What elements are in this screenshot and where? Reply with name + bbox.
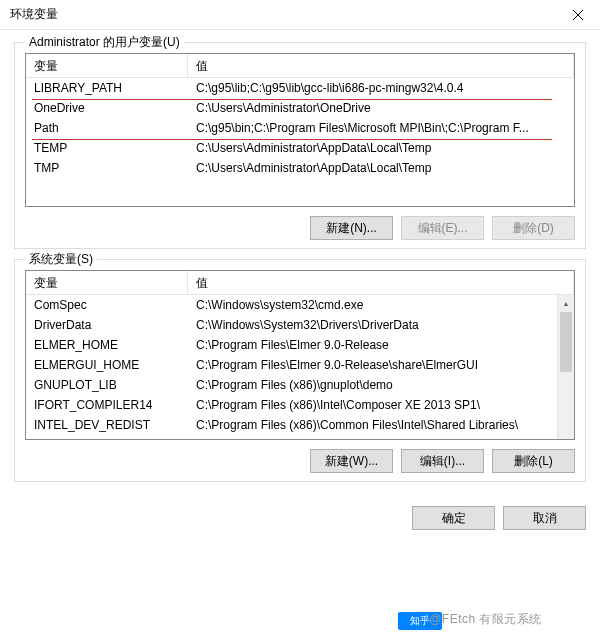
- system-group-label: 系统变量(S): [25, 251, 97, 268]
- system-new-button[interactable]: 新建(W)...: [310, 449, 393, 473]
- list-header: 变量 值: [26, 54, 574, 78]
- user-delete-button[interactable]: 删除(D): [492, 216, 575, 240]
- window-titlebar: 环境变量: [0, 0, 600, 30]
- highlight-underline: [32, 99, 552, 100]
- user-new-button[interactable]: 新建(N)...: [310, 216, 393, 240]
- scroll-up-icon[interactable]: ▴: [558, 295, 574, 312]
- close-icon: [573, 10, 583, 20]
- system-scrollbar[interactable]: ▴: [557, 295, 574, 439]
- highlight-underline: [32, 139, 552, 140]
- table-row[interactable]: GNUPLOT_LIBC:\Program Files (x86)\gnuplo…: [26, 375, 574, 395]
- table-row[interactable]: TMPC:\Users\Administrator\AppData\Local\…: [26, 158, 574, 178]
- zhihu-logo: 知乎: [398, 612, 442, 630]
- user-variables-list[interactable]: 变量 值 LIBRARY_PATHC:\g95\lib;C:\g95\lib\g…: [25, 53, 575, 207]
- header-value[interactable]: 值: [188, 54, 574, 77]
- system-variables-list[interactable]: 变量 值 ComSpecC:\Windows\system32\cmd.exe …: [25, 270, 575, 440]
- table-row[interactable]: TEMPC:\Users\Administrator\AppData\Local…: [26, 138, 574, 158]
- table-row[interactable]: PathC:\g95\bin;C:\Program Files\Microsof…: [26, 118, 574, 138]
- user-variables-group: Administrator 的用户变量(U) 变量 值 LIBRARY_PATH…: [14, 42, 586, 249]
- header-value[interactable]: 值: [188, 271, 574, 294]
- watermark-text: @FEtch 有限元系统: [429, 611, 542, 628]
- scroll-thumb[interactable]: [560, 312, 572, 372]
- table-row[interactable]: ELMER_HOMEC:\Program Files\Elmer 9.0-Rel…: [26, 335, 574, 355]
- dialog-body: Administrator 的用户变量(U) 变量 值 LIBRARY_PATH…: [0, 30, 600, 500]
- system-delete-button[interactable]: 删除(L): [492, 449, 575, 473]
- table-row[interactable]: ELMERGUI_HOMEC:\Program Files\Elmer 9.0-…: [26, 355, 574, 375]
- cancel-button[interactable]: 取消: [503, 506, 586, 530]
- header-variable[interactable]: 变量: [26, 54, 188, 77]
- table-row[interactable]: INTEL_DEV_REDISTC:\Program Files (x86)\C…: [26, 415, 574, 435]
- system-button-row: 新建(W)... 编辑(I)... 删除(L): [25, 449, 575, 473]
- system-edit-button[interactable]: 编辑(I)...: [401, 449, 484, 473]
- ok-button[interactable]: 确定: [412, 506, 495, 530]
- dialog-button-row: 确定 取消: [0, 500, 600, 542]
- table-row[interactable]: ComSpecC:\Windows\system32\cmd.exe: [26, 295, 574, 315]
- table-row[interactable]: IFORT_COMPILER14C:\Program Files (x86)\I…: [26, 395, 574, 415]
- list-header: 变量 值: [26, 271, 574, 295]
- user-group-label: Administrator 的用户变量(U): [25, 34, 184, 51]
- window-title: 环境变量: [10, 6, 58, 23]
- system-variables-group: 系统变量(S) 变量 值 ComSpecC:\Windows\system32\…: [14, 259, 586, 482]
- user-button-row: 新建(N)... 编辑(E)... 删除(D): [25, 216, 575, 240]
- window-close-button[interactable]: [555, 0, 600, 30]
- system-list-body: ComSpecC:\Windows\system32\cmd.exe Drive…: [26, 295, 574, 435]
- user-list-body: LIBRARY_PATHC:\g95\lib;C:\g95\lib\gcc-li…: [26, 78, 574, 178]
- user-edit-button[interactable]: 编辑(E)...: [401, 216, 484, 240]
- table-row[interactable]: DriverDataC:\Windows\System32\Drivers\Dr…: [26, 315, 574, 335]
- header-variable[interactable]: 变量: [26, 271, 188, 294]
- table-row[interactable]: LIBRARY_PATHC:\g95\lib;C:\g95\lib\gcc-li…: [26, 78, 574, 98]
- table-row[interactable]: OneDriveC:\Users\Administrator\OneDrive: [26, 98, 574, 118]
